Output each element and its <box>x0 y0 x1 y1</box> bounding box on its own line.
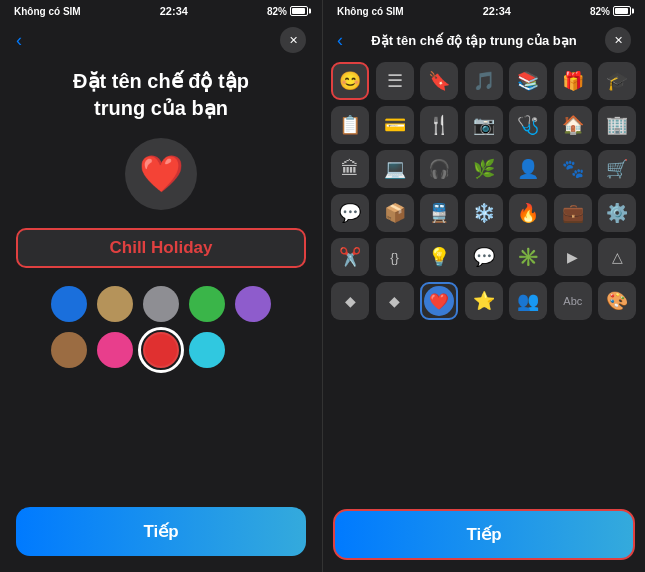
icon-abc[interactable]: Abc <box>554 282 592 320</box>
icon-clipboard[interactable]: 📋 <box>331 106 369 144</box>
icon-home[interactable]: 🏠 <box>554 106 592 144</box>
icon-bulb[interactable]: 💡 <box>420 238 458 276</box>
heart-inner-circle: ❤️ <box>424 286 454 316</box>
icon-fork[interactable]: 🍴 <box>420 106 458 144</box>
icon-palette[interactable]: 🎨 <box>598 282 636 320</box>
page-title-left: Đặt tên chế độ tậptrung của bạn <box>0 58 322 138</box>
right-panel: Không có SIM 22:34 82% ‹ Đặt tên chế độ … <box>322 0 645 572</box>
nav-bar-right: ‹ Đặt tên chế độ tập trung của bạn ✕ <box>323 22 645 58</box>
icon-card[interactable]: 💳 <box>376 106 414 144</box>
time-right: 22:34 <box>483 5 511 17</box>
status-bar-left: Không có SIM 22:34 82% <box>0 0 322 22</box>
color-pink[interactable] <box>97 332 133 368</box>
focus-name-value: Chill Holiday <box>110 238 213 257</box>
battery-left: 82% <box>267 6 308 17</box>
battery-percent-right: 82% <box>590 6 610 17</box>
icon-camera[interactable]: 📷 <box>465 106 503 144</box>
icon-diamond[interactable]: ◆ <box>331 282 369 320</box>
icon-fire[interactable]: 🔥 <box>509 194 547 232</box>
icon-leaf[interactable]: 🌿 <box>465 150 503 188</box>
continue-button-right[interactable]: Tiếp <box>333 509 635 560</box>
icon-box[interactable]: 📦 <box>376 194 414 232</box>
color-blue[interactable] <box>51 286 87 322</box>
icon-grid: 😊 ☰ 🔖 🎵 📚 🎁 🎓 📋 💳 🍴 📷 🩺 🏠 🏢 🏛 💻 🎧 🌿 👤 🐾 <box>331 62 637 320</box>
icon-speech[interactable]: 💬 <box>465 238 503 276</box>
back-button-right[interactable]: ‹ <box>337 30 343 51</box>
battery-icon-left <box>290 6 308 16</box>
carrier-right: Không có SIM <box>337 6 404 17</box>
icon-bank[interactable]: 🏛 <box>331 150 369 188</box>
color-brown[interactable] <box>51 332 87 368</box>
icon-gift[interactable]: 🎁 <box>554 62 592 100</box>
icon-snowflake[interactable]: ❄️ <box>465 194 503 232</box>
icon-diamond2[interactable]: ◆ <box>376 282 414 320</box>
back-button-left[interactable]: ‹ <box>16 30 22 51</box>
time-left: 22:34 <box>160 5 188 17</box>
nav-bar-left: ‹ ✕ <box>0 22 322 58</box>
color-gray[interactable] <box>143 286 179 322</box>
icon-paw[interactable]: 🐾 <box>554 150 592 188</box>
color-picker <box>0 286 322 368</box>
icon-scissors[interactable]: ✂️ <box>331 238 369 276</box>
focus-name-input[interactable]: Chill Holiday <box>16 228 306 268</box>
battery-percent-left: 82% <box>267 6 287 17</box>
close-button-left[interactable]: ✕ <box>280 27 306 53</box>
color-red[interactable] <box>143 332 179 368</box>
focus-icon-circle: ❤️ <box>125 138 197 210</box>
focus-icon-container: ❤️ <box>0 138 322 210</box>
left-panel: Không có SIM 22:34 82% ‹ ✕ Đặt tên chế đ… <box>0 0 322 572</box>
icon-medical[interactable]: 🩺 <box>509 106 547 144</box>
battery-right: 82% <box>590 6 631 17</box>
icon-cart[interactable]: 🛒 <box>598 150 636 188</box>
color-cyan[interactable] <box>189 332 225 368</box>
icon-emoji[interactable]: 😊 <box>331 62 369 100</box>
status-bar-right: Không có SIM 22:34 82% <box>323 0 645 22</box>
continue-button-left[interactable]: Tiếp <box>16 507 306 556</box>
icon-heart[interactable]: ❤️ <box>420 282 458 320</box>
icon-bookmark[interactable]: 🔖 <box>420 62 458 100</box>
focus-icon-emoji: ❤️ <box>139 153 184 195</box>
icon-laptop[interactable]: 💻 <box>376 150 414 188</box>
page-title-right: Đặt tên chế độ tập trung của bạn <box>351 33 597 48</box>
icon-code[interactable]: {} <box>376 238 414 276</box>
close-button-right[interactable]: ✕ <box>605 27 631 53</box>
icon-list[interactable]: ☰ <box>376 62 414 100</box>
color-tan[interactable] <box>97 286 133 322</box>
icon-briefcase[interactable]: 💼 <box>554 194 592 232</box>
color-purple[interactable] <box>235 286 271 322</box>
color-green[interactable] <box>189 286 225 322</box>
icon-group[interactable]: 👥 <box>509 282 547 320</box>
icon-play[interactable]: ▶ <box>554 238 592 276</box>
carrier-left: Không có SIM <box>14 6 81 17</box>
icon-asterisk[interactable]: ✳️ <box>509 238 547 276</box>
battery-icon-right <box>613 6 631 16</box>
icon-music[interactable]: 🎵 <box>465 62 503 100</box>
icon-graduation[interactable]: 🎓 <box>598 62 636 100</box>
icon-tools[interactable]: ⚙️ <box>598 194 636 232</box>
icon-star[interactable]: ⭐ <box>465 282 503 320</box>
icon-train[interactable]: 🚆 <box>420 194 458 232</box>
icon-building[interactable]: 🏢 <box>598 106 636 144</box>
icon-triangle[interactable]: △ <box>598 238 636 276</box>
icon-chat[interactable]: 💬 <box>331 194 369 232</box>
icon-grid-container: 😊 ☰ 🔖 🎵 📚 🎁 🎓 📋 💳 🍴 📷 🩺 🏠 🏢 🏛 💻 🎧 🌿 👤 🐾 <box>323 58 645 501</box>
icon-headphones[interactable]: 🎧 <box>420 150 458 188</box>
icon-books[interactable]: 📚 <box>509 62 547 100</box>
icon-person[interactable]: 👤 <box>509 150 547 188</box>
